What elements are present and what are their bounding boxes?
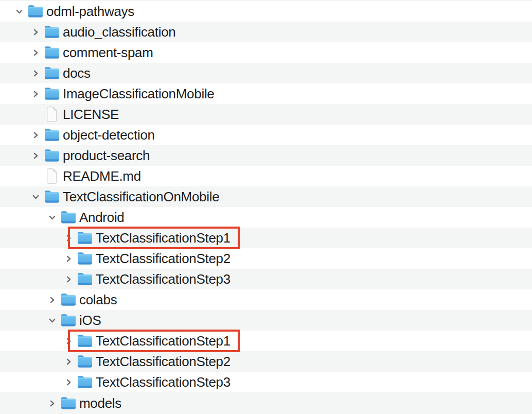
folder-icon bbox=[44, 25, 60, 39]
icon-slot bbox=[77, 351, 93, 372]
icon-slot bbox=[77, 269, 93, 289]
tree-row-folder[interactable]: iOS bbox=[0, 310, 532, 331]
finder-file-tree: odml-pathways audio_classification comme… bbox=[0, 0, 532, 414]
disclosure-expanded[interactable] bbox=[48, 310, 61, 331]
chevron-right-icon bbox=[48, 400, 56, 407]
tree-row-folder[interactable]: odml-pathways bbox=[0, 1, 532, 22]
icon-slot bbox=[44, 186, 60, 207]
disclosure-collapsed[interactable] bbox=[48, 393, 61, 413]
icon-slot bbox=[61, 207, 76, 228]
tree-rows-container: odml-pathways audio_classification comme… bbox=[0, 1, 532, 414]
folder-icon bbox=[61, 396, 76, 410]
folder-icon bbox=[77, 252, 93, 265]
disclosure-collapsed[interactable] bbox=[65, 331, 77, 351]
item-label: audio_classification bbox=[63, 22, 175, 42]
tree-row-folder[interactable]: object-detection bbox=[0, 125, 532, 145]
chevron-right-icon bbox=[65, 337, 73, 345]
indent-spacer bbox=[0, 248, 65, 269]
folder-icon bbox=[61, 211, 76, 224]
item-label: ImageClassificationMobile bbox=[63, 83, 215, 104]
chevron-right-icon bbox=[65, 234, 73, 242]
tree-row-folder[interactable]: TextClassificationStep3 bbox=[0, 372, 532, 392]
item-label: models bbox=[79, 393, 121, 413]
disclosure-expanded[interactable] bbox=[32, 186, 44, 207]
chevron-right-icon bbox=[32, 131, 40, 139]
chevron-right-icon bbox=[32, 152, 40, 160]
item-label: TextClassificationStep3 bbox=[96, 269, 230, 289]
folder-icon bbox=[44, 66, 60, 80]
tree-row-folder[interactable]: models bbox=[0, 392, 532, 414]
item-label: README.md bbox=[63, 166, 141, 186]
tree-row-folder[interactable]: TextClassificationOnMobile bbox=[0, 186, 532, 207]
indent-spacer bbox=[0, 1, 15, 22]
disclosure-none bbox=[32, 166, 44, 186]
icon-slot bbox=[44, 104, 60, 125]
disclosure-collapsed[interactable] bbox=[32, 145, 44, 166]
icon-slot bbox=[77, 331, 93, 351]
tree-row-folder[interactable]: ImageClassificationMobile bbox=[0, 83, 532, 104]
icon-slot bbox=[77, 372, 93, 392]
item-label: TextClassificationStep2 bbox=[96, 351, 230, 372]
folder-icon bbox=[77, 231, 93, 245]
icon-slot bbox=[77, 228, 93, 248]
disclosure-collapsed[interactable] bbox=[65, 248, 77, 269]
tree-row-folder[interactable]: colabs bbox=[0, 289, 532, 310]
disclosure-collapsed[interactable] bbox=[32, 83, 44, 104]
item-label: product-search bbox=[63, 145, 150, 166]
chevron-down-icon bbox=[32, 193, 40, 201]
tree-row-folder[interactable]: TextClassificationStep2 bbox=[0, 248, 532, 269]
folder-icon bbox=[61, 293, 76, 306]
item-label: object-detection bbox=[63, 125, 155, 145]
item-label: TextClassificationStep1 bbox=[96, 331, 230, 351]
indent-spacer bbox=[0, 372, 65, 392]
disclosure-collapsed[interactable] bbox=[65, 228, 77, 248]
indent-spacer bbox=[0, 104, 32, 125]
folder-icon bbox=[61, 314, 76, 327]
icon-slot bbox=[44, 166, 60, 186]
tree-row-folder[interactable]: docs bbox=[0, 63, 532, 83]
item-label: TextClassificationStep1 bbox=[96, 228, 230, 248]
disclosure-collapsed[interactable] bbox=[65, 372, 77, 392]
disclosure-collapsed[interactable] bbox=[48, 289, 61, 310]
chevron-right-icon bbox=[65, 378, 73, 386]
indent-spacer bbox=[0, 289, 48, 310]
icon-slot bbox=[44, 145, 60, 166]
tree-row-folder[interactable]: TextClassificationStep2 bbox=[0, 351, 532, 372]
icon-slot bbox=[44, 125, 60, 145]
item-label: iOS bbox=[79, 310, 101, 331]
folder-icon bbox=[44, 190, 60, 203]
item-label: TextClassificationStep3 bbox=[96, 372, 230, 392]
tree-row-folder[interactable]: audio_classification bbox=[0, 22, 532, 42]
tree-row-folder[interactable]: comment-spam bbox=[0, 42, 532, 63]
disclosure-collapsed[interactable] bbox=[32, 63, 44, 83]
disclosure-collapsed[interactable] bbox=[65, 269, 77, 289]
indent-spacer bbox=[0, 125, 32, 145]
chevron-down-icon bbox=[15, 8, 23, 15]
disclosure-expanded[interactable] bbox=[15, 1, 28, 22]
tree-row-folder-highlighted[interactable]: TextClassificationStep1 bbox=[0, 228, 532, 248]
chevron-right-icon bbox=[48, 296, 56, 304]
icon-slot bbox=[44, 42, 60, 63]
tree-row-file[interactable]: README.md bbox=[0, 166, 532, 186]
tree-row-folder[interactable]: product-search bbox=[0, 145, 532, 166]
disclosure-collapsed[interactable] bbox=[32, 42, 44, 63]
disclosure-collapsed[interactable] bbox=[32, 125, 44, 145]
chevron-down-icon bbox=[48, 317, 56, 324]
chevron-right-icon bbox=[32, 90, 40, 98]
tree-row-folder[interactable]: TextClassificationStep3 bbox=[0, 269, 532, 289]
disclosure-expanded[interactable] bbox=[48, 207, 61, 228]
disclosure-collapsed[interactable] bbox=[32, 22, 44, 42]
tree-row-file[interactable]: LICENSE bbox=[0, 104, 532, 125]
item-label: comment-spam bbox=[63, 42, 153, 63]
icon-slot bbox=[61, 289, 76, 310]
folder-icon bbox=[44, 46, 60, 59]
tree-row-folder-highlighted[interactable]: TextClassificationStep1 bbox=[0, 331, 532, 351]
indent-spacer bbox=[0, 207, 48, 228]
tree-row-folder[interactable]: Android bbox=[0, 207, 532, 228]
file-icon bbox=[46, 168, 58, 184]
disclosure-collapsed[interactable] bbox=[65, 351, 77, 372]
chevron-right-icon bbox=[32, 49, 40, 57]
disclosure-none bbox=[32, 104, 44, 125]
indent-spacer bbox=[0, 331, 65, 351]
icon-slot bbox=[61, 393, 76, 413]
